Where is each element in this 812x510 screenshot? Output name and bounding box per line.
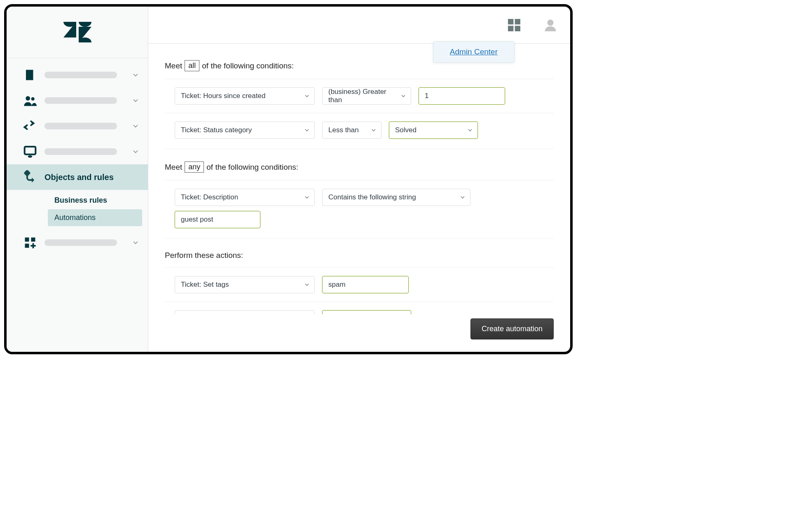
action-row: Ticket: Status category Closed [165, 302, 554, 314]
sidebar-item-objects-rules[interactable]: Objects and rules [7, 164, 148, 190]
svg-rect-11 [508, 26, 513, 31]
action-row: Ticket: Set tags [165, 267, 554, 302]
user-profile-icon[interactable] [543, 18, 558, 33]
sidebar-item-label: Objects and rules [44, 173, 114, 182]
chevron-down-icon [304, 281, 310, 288]
create-automation-button[interactable]: Create automation [470, 318, 554, 339]
all-keyword: all [185, 60, 199, 71]
svg-point-2 [31, 97, 35, 101]
subnav-automations[interactable]: Automations [48, 209, 142, 226]
building-icon [23, 68, 37, 82]
monitor-icon [23, 145, 37, 159]
main-area: Admin Center Meet all of the following c… [148, 7, 570, 352]
placeholder-bar [44, 148, 117, 155]
svg-point-4 [28, 155, 33, 157]
select-value: Ticket: Description [181, 193, 238, 201]
condition-col: Ticket: Description Contains the followi… [175, 189, 470, 228]
any-keyword: any [185, 161, 204, 173]
condition-field-select[interactable]: Ticket: Hours since created [175, 87, 315, 105]
divider [165, 149, 554, 149]
sidebar: Objects and rules Business rules Automat… [7, 7, 148, 352]
select-value: Contains the following string [328, 193, 416, 201]
chevron-down-icon [131, 147, 140, 156]
action-value-select[interactable]: Closed [322, 310, 411, 314]
chevron-down-icon [131, 96, 140, 105]
placeholder-bar [44, 97, 117, 104]
chevron-down-icon [370, 127, 377, 133]
label-text: of the following conditions: [202, 61, 294, 70]
condition-field-select[interactable]: Ticket: Status category [175, 122, 315, 139]
chevron-down-icon [459, 194, 466, 201]
label-text: Meet [165, 163, 182, 172]
svg-point-13 [548, 19, 554, 26]
svg-rect-7 [31, 238, 35, 242]
conditions-any-group: Meet any of the following conditions: Ti… [165, 161, 554, 239]
svg-rect-8 [25, 244, 29, 248]
divider [165, 238, 554, 239]
admin-center-link[interactable]: Admin Center [450, 47, 498, 56]
chevron-down-icon [131, 122, 140, 130]
condition-field-select[interactable]: Ticket: Description [175, 189, 315, 206]
select-value: Less than [328, 126, 359, 134]
sidebar-nav: Objects and rules Business rules Automat… [7, 58, 148, 255]
arrows-icon [23, 119, 37, 133]
label-text: Meet [165, 61, 182, 70]
svg-rect-12 [515, 26, 520, 31]
select-value: Solved [395, 126, 417, 134]
placeholder-bar [44, 72, 117, 78]
condition-row: Ticket: Hours since created (business) G… [165, 79, 554, 113]
app-window: Objects and rules Business rules Automat… [4, 4, 573, 354]
select-value: Ticket: Hours since created [181, 92, 265, 100]
chevron-down-icon [304, 194, 310, 201]
topbar [148, 7, 570, 44]
select-value: (business) Greater than [328, 88, 396, 104]
workflow-icon [23, 170, 37, 184]
condition-operator-select[interactable]: (business) Greater than [322, 87, 411, 105]
chevron-down-icon [467, 127, 473, 133]
chevron-down-icon [131, 71, 140, 79]
action-field-select[interactable]: Ticket: Set tags [175, 276, 315, 293]
condition-value-input[interactable] [175, 211, 260, 228]
label-text: Perform these actions: [165, 251, 243, 260]
sidebar-item-account[interactable] [7, 62, 148, 88]
sidebar-item-apps[interactable] [7, 230, 148, 255]
chevron-down-icon [400, 93, 407, 99]
svg-rect-9 [508, 19, 513, 24]
svg-rect-6 [25, 238, 29, 242]
label-text: of the following conditions: [206, 163, 298, 172]
select-value: Ticket: Status category [181, 126, 252, 134]
sidebar-subnav: Business rules Automations [7, 190, 148, 230]
svg-point-1 [26, 96, 30, 101]
sidebar-item-workspaces[interactable] [7, 139, 148, 164]
subnav-business-rules[interactable]: Business rules [48, 192, 142, 209]
placeholder-bar [44, 123, 117, 129]
sidebar-item-people[interactable] [7, 88, 148, 113]
conditions-all-group: Meet all of the following conditions: Ti… [165, 60, 554, 149]
conditions-any-header: Meet any of the following conditions: [165, 161, 554, 173]
condition-operator-select[interactable]: Contains the following string [322, 189, 470, 206]
condition-row: Ticket: Status category Less than Solved [165, 113, 554, 147]
apps-plus-icon [23, 236, 37, 250]
placeholder-bar [44, 239, 117, 246]
select-value: Ticket: Set tags [181, 281, 229, 289]
chevron-down-icon [304, 93, 310, 99]
svg-rect-3 [25, 147, 36, 154]
actions-group: Perform these actions: Ticket: Set tags … [165, 251, 554, 314]
logo-area [7, 7, 148, 58]
chevron-down-icon [304, 127, 310, 133]
condition-value-input[interactable] [419, 87, 505, 105]
content-area: Meet all of the following conditions: Ti… [148, 44, 570, 314]
condition-operator-select[interactable]: Less than [322, 122, 381, 139]
people-icon [23, 94, 37, 108]
footer-actions: Create automation [148, 314, 570, 352]
svg-rect-10 [515, 19, 520, 24]
sidebar-item-channels[interactable] [7, 113, 148, 139]
condition-value-select[interactable]: Solved [389, 122, 478, 139]
chevron-down-icon [131, 239, 140, 247]
condition-row: Ticket: Description Contains the followi… [165, 180, 554, 236]
apps-grid-icon[interactable] [506, 17, 522, 33]
action-value-input[interactable] [322, 276, 409, 293]
action-field-select[interactable]: Ticket: Status category [175, 310, 315, 314]
admin-center-popup: Admin Center [433, 41, 515, 63]
actions-header: Perform these actions: [165, 251, 554, 260]
